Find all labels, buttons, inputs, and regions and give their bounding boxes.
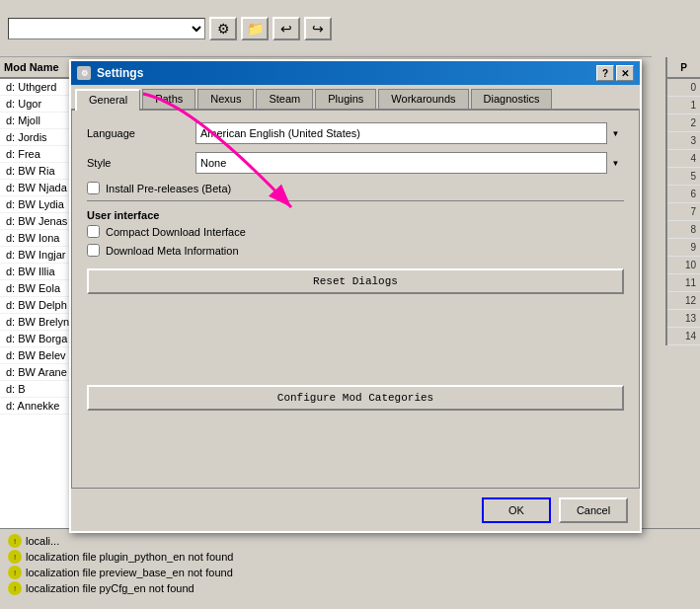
language-label: Language (87, 127, 195, 139)
status-item-2: ! localization file plugin_python_en not… (8, 549, 692, 565)
tab-general[interactable]: General (75, 89, 140, 111)
tab-paths[interactable]: Paths (142, 89, 195, 109)
dialog-content: Language American English (United States… (71, 111, 640, 466)
priority-item: 11 (667, 274, 700, 292)
tab-diagnostics[interactable]: Diagnostics (471, 89, 553, 109)
status-text-1: locali... (26, 535, 59, 547)
tab-steam[interactable]: Steam (256, 89, 313, 109)
titlebar-buttons: ? ✕ (596, 65, 634, 81)
status-text-4: localization file pyCfg_en not found (26, 582, 194, 594)
reset-dialogs-button[interactable]: Reset Dialogs (87, 268, 624, 294)
style-label: Style (87, 157, 195, 169)
toolbar-btn-3[interactable]: ↩ (272, 17, 300, 40)
toolbar-btn-1[interactable]: ⚙ (209, 17, 237, 40)
priority-item: 1 (667, 97, 700, 114)
priority-item: 9 (667, 239, 700, 257)
status-bar: ! locali... ! localization file plugin_p… (0, 528, 700, 609)
titlebar-left: ⚙ Settings (77, 66, 143, 80)
tab-bar: General Paths Nexus Steam Plugins Workar… (71, 85, 640, 111)
status-item-4: ! localization file pyCfg_en not found (8, 580, 692, 596)
download-meta-label: Download Meta Information (106, 245, 239, 257)
status-icon-4: ! (8, 581, 22, 595)
style-select[interactable]: None (195, 152, 624, 174)
download-meta-row: Download Meta Information (87, 244, 624, 257)
language-select-wrapper: American English (United States) ▼ (195, 122, 624, 144)
prereleases-checkbox[interactable] (87, 182, 100, 194)
compact-download-label: Compact Download Interface (106, 226, 246, 238)
tab-workarounds[interactable]: Workarounds (378, 89, 468, 109)
user-interface-header: User interface (87, 209, 624, 221)
status-item-3: ! localization file preview_base_en not … (8, 565, 692, 580)
toolbar-btn-4[interactable]: ↪ (304, 17, 332, 40)
status-item-1: ! locali... (8, 533, 692, 549)
priority-item: 7 (667, 203, 700, 221)
priority-column-header: P (667, 57, 700, 79)
style-row: Style None ▼ (87, 152, 624, 174)
mod-selector[interactable] (8, 18, 205, 39)
settings-dialog: ⚙ Settings ? ✕ General Paths Nexus Steam… (69, 59, 642, 533)
compact-download-row: Compact Download Interface (87, 225, 624, 238)
status-icon-2: ! (8, 550, 22, 564)
status-icon-3: ! (8, 566, 22, 579)
prereleases-label: Install Pre-releases (Beta) (106, 183, 231, 194)
priority-item: 8 (667, 221, 700, 239)
priority-item: 12 (667, 292, 700, 310)
cancel-button[interactable]: Cancel (559, 497, 628, 523)
tab-nexus[interactable]: Nexus (197, 89, 254, 109)
priority-item: 6 (667, 186, 700, 203)
style-select-wrapper: None ▼ (195, 152, 624, 174)
download-meta-checkbox[interactable] (87, 244, 100, 257)
dialog-titlebar: ⚙ Settings ? ✕ (71, 61, 640, 85)
configure-mod-categories-button[interactable]: Configure Mod Categories (87, 385, 624, 411)
priority-column: P 0 1 2 3 4 5 6 7 8 9 10 11 12 13 14 (665, 57, 700, 345)
priority-item: 4 (667, 150, 700, 168)
status-text-3: localization file preview_base_en not fo… (26, 567, 233, 578)
language-select[interactable]: American English (United States) (195, 122, 624, 144)
ok-button[interactable]: OK (482, 497, 551, 523)
dialog-help-button[interactable]: ? (596, 65, 614, 81)
priority-item: 10 (667, 257, 700, 274)
status-text-2: localization file plugin_python_en not f… (26, 551, 233, 563)
priority-item: 2 (667, 114, 700, 132)
mod-name-column-header: Mod Name (4, 61, 59, 73)
toolbar-btn-2[interactable]: 📁 (241, 17, 269, 40)
dialog-title: Settings (97, 66, 143, 80)
dialog-close-button[interactable]: ✕ (616, 65, 634, 81)
priority-item: 5 (667, 168, 700, 186)
priority-item: 13 (667, 310, 700, 328)
status-icon-1: ! (8, 534, 22, 548)
priority-item: 14 (667, 328, 700, 345)
prereleases-row: Install Pre-releases (Beta) (87, 182, 624, 194)
toolbar: ⚙ 📁 ↩ ↪ (0, 0, 652, 57)
language-row: Language American English (United States… (87, 122, 624, 144)
dialog-footer: OK Cancel (71, 488, 640, 531)
settings-dialog-icon: ⚙ (77, 66, 91, 80)
tab-plugins[interactable]: Plugins (315, 89, 376, 109)
compact-download-checkbox[interactable] (87, 225, 100, 238)
priority-item: 3 (667, 132, 700, 150)
priority-item: 0 (667, 79, 700, 97)
